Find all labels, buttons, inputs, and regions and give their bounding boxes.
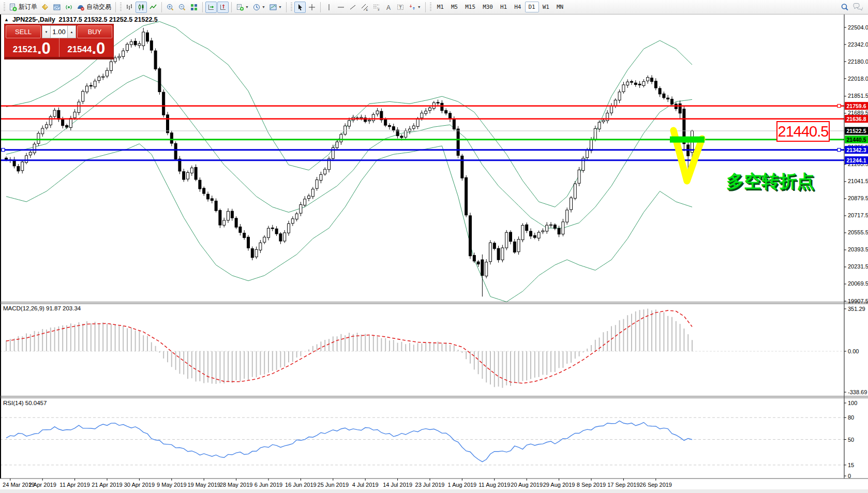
trendline-tool-button[interactable] [347,2,358,13]
candle [578,167,580,186]
signals-button[interactable] [63,2,74,13]
horizontal-line-tool-button[interactable] [335,2,347,13]
candle [679,100,681,118]
buy-price[interactable]: 21544 .0 [59,38,114,57]
timeframe-button-m5[interactable]: M5 [447,2,461,12]
toolbar-grip[interactable] [4,3,5,12]
candlestick-mode-button[interactable] [136,2,147,13]
volume-value[interactable]: 1.00 [51,25,67,38]
candle [683,107,685,152]
price-tick-label: 19907.5 [848,298,868,304]
line-handle[interactable] [837,148,841,152]
timeframe-button-d1[interactable]: D1 [525,2,539,12]
text-label-tool-button[interactable]: T [395,2,406,13]
candle [78,99,80,115]
timeframe-button-h4[interactable]: H4 [511,2,525,12]
trend-annotation-text[interactable]: 多空转折点 [726,170,814,193]
auto-scroll-button[interactable] [205,2,217,13]
price-tick-label: 20069.5 [848,280,868,287]
candle [618,89,621,103]
chevron-down-icon: ▼ [262,5,265,9]
collapse-trade-panel-icon[interactable]: ▲ [4,17,9,22]
arrows-tool-button[interactable]: ▼ [407,2,423,13]
candle [53,108,56,119]
price-annotation-box[interactable]: 21440.5 [776,121,830,142]
zoom-in-icon [166,3,174,11]
tile-windows-button[interactable] [188,2,200,13]
time-tick-label: 19 May 2019 [187,482,220,488]
timeframe-button-m15[interactable]: M15 [461,2,479,12]
candle [489,240,492,264]
line-handle[interactable] [837,104,841,108]
candle [279,232,282,244]
auto-trading-button[interactable]: 自动交易 [75,2,113,13]
volume-decrease-button[interactable]: ▼ [42,25,51,38]
metaeditor-button[interactable] [39,2,51,13]
volume-increase-button[interactable]: ▲ [67,25,76,38]
bar-chart-icon [125,3,133,11]
rsi-axis-label: 0 [848,473,851,479]
fibonacci-tool-button[interactable]: F [371,2,382,13]
candle [13,157,16,168]
sell-price[interactable]: 21521 .0 [5,38,59,57]
one-click-trading-widget: SELL ▼ 1.00 ▲ BUY 21521 .0 21544 .0 [4,24,114,59]
timeframe-button-mn[interactable]: MN [553,2,567,12]
indicators-button[interactable]: ▼ [234,2,250,13]
new-order-button[interactable]: 新订单 [7,2,39,13]
candle [300,202,302,216]
candle [533,233,536,240]
zoom-out-button[interactable] [176,2,188,13]
chart-area[interactable]: 22504.022342.022180.022018.021851.521689… [0,14,868,493]
search-icon[interactable] [840,3,849,12]
bar-chart-mode-button[interactable] [124,2,135,13]
chat-icon[interactable] [852,3,863,12]
chart-shift-button[interactable] [217,2,229,13]
price-badge-21342.3: 21342.3 [845,146,868,154]
text-label-icon: T [396,3,405,11]
candle [481,255,484,296]
buy-button[interactable]: BUY [77,25,112,38]
crosshair-tool-button[interactable] [306,2,318,13]
cursor-tool-button[interactable] [294,2,306,13]
timeframe-button-w1[interactable]: W1 [539,2,553,12]
vertical-line-tool-button[interactable] [323,2,335,13]
candle [247,235,250,250]
periods-button[interactable]: ▼ [251,2,267,13]
highlight-bar-annotation[interactable] [670,137,705,143]
candle [449,111,452,122]
price-badge-21244.1: 21244.1 [845,156,868,164]
zoom-in-button[interactable] [164,2,176,13]
template-button[interactable]: ▼ [267,2,283,13]
candle [441,100,443,113]
channel-tool-button[interactable]: E [359,2,370,13]
candle [376,108,379,116]
toolbar-grip[interactable] [120,3,122,12]
candle [582,156,585,173]
text-tool-button[interactable]: A [383,2,394,13]
rsi-axis-label: 80 [848,414,854,421]
price-tick-label: 20879.5 [848,195,868,201]
chart-window-button[interactable] [51,2,63,13]
candle [183,169,185,182]
toolbar-grip[interactable] [291,3,292,12]
candle [501,245,504,262]
line-chart-mode-button[interactable] [147,2,159,13]
candle [336,139,338,150]
timeframe-button-m30[interactable]: M30 [479,2,497,12]
timeframe-button-h1[interactable]: H1 [497,2,511,12]
line-handle[interactable] [2,148,5,152]
candle [631,80,633,85]
timeframe-button-m1[interactable]: M1 [433,2,447,12]
main-price-panel [0,22,844,302]
template-icon [269,3,277,11]
time-tick-label: 2 Apr 2019 [29,482,56,488]
horizontal-line-icon [337,3,345,11]
chevron-down-icon: ▼ [245,5,249,9]
sell-button[interactable]: SELL [6,25,41,38]
toolbar-grip[interactable] [430,3,431,12]
candle [437,100,439,106]
new-order-label: 新订单 [19,3,37,11]
price-tick-label: 22342.0 [848,41,868,48]
candle [425,108,427,116]
sell-price-decimal: .0 [37,41,51,56]
